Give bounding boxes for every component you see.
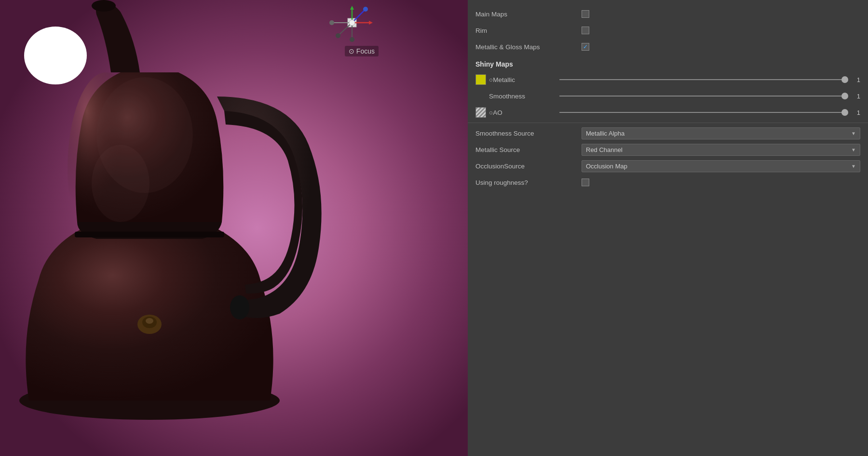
smoothness-source-value: Metallic Alpha [586, 130, 624, 137]
smoothness-property-row: Smoothness 1 [468, 88, 868, 104]
occlusion-source-row: OcclusionSource Occlusion Map ▼ [468, 158, 868, 174]
svg-point-26 [349, 20, 355, 26]
svg-point-21 [350, 37, 354, 42]
ao-slider-thumb[interactable] [841, 109, 848, 116]
ao-slider-track[interactable] [559, 112, 845, 113]
shiny-maps-section: Shiny Maps [468, 55, 868, 71]
ao-slider-value: 1 [849, 109, 860, 116]
svg-marker-19 [350, 6, 354, 10]
metallic-gloss-row: Metallic & Gloss Maps [468, 39, 868, 55]
metallic-source-arrow: ▼ [851, 147, 856, 152]
main-maps-checkbox[interactable] [582, 10, 589, 18]
rim-label: Rim [475, 27, 582, 34]
rim-row: Rim [468, 22, 868, 39]
using-roughness-row: Using roughness? [468, 174, 868, 191]
using-roughness-label: Using roughness? [475, 179, 582, 186]
smoothness-source-arrow: ▼ [851, 131, 856, 136]
divider-1 [468, 123, 868, 123]
metallic-source-row: Metallic Source Red Channel ▼ [468, 141, 868, 158]
using-roughness-checkbox[interactable] [582, 179, 589, 186]
ao-row-content: ○AO 1 [475, 107, 860, 118]
ao-row-label: ○AO [489, 109, 556, 116]
metallic-slider-thumb[interactable] [841, 76, 848, 83]
ao-swatch[interactable] [475, 107, 486, 118]
metallic-slider-fill [559, 79, 845, 80]
svg-rect-6 [75, 232, 224, 237]
metallic-row-label: ○Metallic [489, 76, 556, 83]
svg-rect-12 [34, 39, 44, 76]
metallic-source-value: Red Channel [586, 146, 623, 153]
properties-panel: Main Maps Rim Metallic & Gloss Maps Shin… [468, 0, 868, 456]
nav-gizmo[interactable] [326, 5, 379, 43]
metallic-source-content: Red Channel ▼ [582, 144, 860, 156]
metallic-source-label: Metallic Source [475, 146, 582, 153]
svg-point-23 [363, 7, 368, 12]
svg-point-4 [92, 145, 149, 222]
smoothness-source-content: Metallic Alpha ▼ [582, 127, 860, 139]
main-maps-row: Main Maps [468, 6, 868, 22]
rim-checkbox[interactable] [582, 27, 589, 34]
smoothness-slider[interactable]: 1 [559, 93, 860, 100]
smoothness-slider-value: 1 [849, 93, 860, 100]
smoothness-source-row: Smoothness Source Metallic Alpha ▼ [468, 125, 868, 141]
viewport-panel: ⊙ Focus [0, 0, 468, 456]
smoothness-source-label: Smoothness Source [475, 130, 582, 137]
metallic-source-dropdown[interactable]: Red Channel ▼ [582, 144, 860, 156]
occlusion-source-dropdown[interactable]: Occlusion Map ▼ [582, 160, 860, 172]
smoothness-row-label: Smoothness [489, 93, 556, 100]
smoothness-slider-fill [559, 96, 845, 97]
occlusion-source-content: Occlusion Map ▼ [582, 160, 860, 172]
rim-content [582, 27, 860, 34]
svg-point-10 [146, 318, 153, 324]
ao-property-row: ○AO 1 [468, 104, 868, 121]
svg-marker-15 [369, 21, 373, 25]
occlusion-source-arrow: ▼ [851, 164, 856, 169]
metallic-property-row: ○Metallic 1 [468, 71, 868, 88]
coffee-pot-render [0, 0, 468, 456]
svg-point-5 [92, 0, 116, 12]
svg-point-17 [329, 20, 334, 25]
smoothness-slider-thumb[interactable] [841, 93, 848, 99]
focus-button[interactable]: ⊙ Focus [345, 46, 379, 56]
smoothness-slider-track[interactable] [559, 96, 845, 97]
metallic-slider-value: 1 [849, 76, 860, 83]
metallic-gloss-checkbox[interactable] [582, 43, 589, 51]
shiny-maps-label: Shiny Maps [475, 60, 582, 68]
metallic-gloss-content [582, 43, 860, 51]
occlusion-source-label: OcclusionSource [475, 163, 582, 170]
ao-slider-fill [559, 112, 845, 113]
main-maps-content [582, 10, 860, 18]
metallic-swatch[interactable] [475, 74, 486, 85]
using-roughness-content [582, 179, 860, 186]
metallic-row-content: ○Metallic 1 [475, 74, 860, 85]
metallic-slider[interactable]: 1 [559, 76, 860, 83]
svg-point-7 [230, 295, 249, 319]
svg-point-25 [336, 33, 340, 38]
smoothness-source-dropdown[interactable]: Metallic Alpha ▼ [582, 127, 860, 139]
occlusion-source-value: Occlusion Map [586, 163, 627, 170]
metallic-gloss-label: Metallic & Gloss Maps [475, 43, 582, 51]
smoothness-row-content: Smoothness 1 [475, 93, 860, 100]
metallic-slider-track[interactable] [559, 79, 845, 80]
main-maps-label: Main Maps [475, 11, 582, 18]
ao-slider[interactable]: 1 [559, 109, 860, 116]
